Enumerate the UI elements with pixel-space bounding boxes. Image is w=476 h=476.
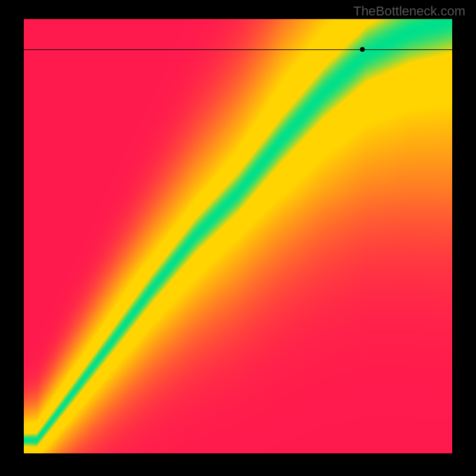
- heatmap-canvas: [24, 19, 452, 453]
- chart-container: TheBottleneck.com: [0, 0, 476, 476]
- watermark-text: TheBottleneck.com: [353, 4, 465, 19]
- heatmap-plot: [24, 19, 452, 453]
- crosshair-horizontal: [24, 49, 452, 50]
- crosshair-point: [360, 47, 365, 52]
